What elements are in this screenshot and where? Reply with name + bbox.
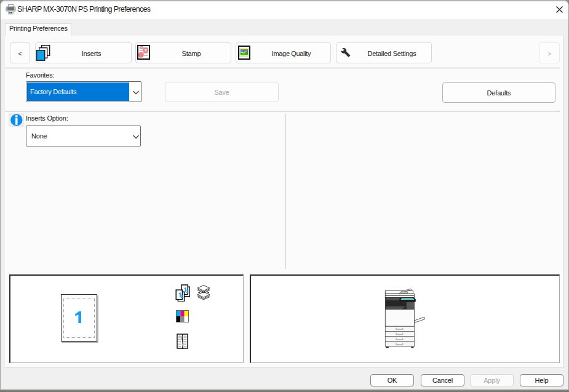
svg-text:2: 2 — [181, 294, 183, 298]
svg-text:2: 2 — [186, 289, 188, 294]
